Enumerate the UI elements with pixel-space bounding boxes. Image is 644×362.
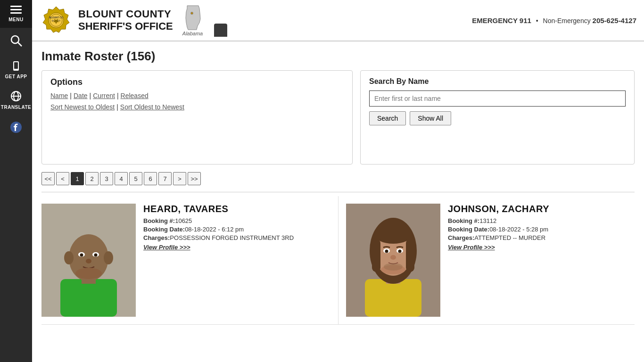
svg-rect-6 [14, 62, 18, 69]
translate-label: TRANSLATE [1, 105, 31, 110]
inmate-booking-date-johnson: Booking Date:08-18-2022 - 5:28 pm [448, 226, 627, 233]
pagination-page-6[interactable]: 6 [144, 172, 157, 185]
inmate-card-heard: HEARD, TAVARES Booking #:10625 Booking D… [41, 196, 338, 325]
svg-point-38 [374, 225, 412, 244]
inmate-photo-johnson [346, 204, 440, 317]
menu-label: MENU [8, 17, 23, 22]
options-sort-links: Sort Newest to Oldest | Sort Oldest to N… [50, 103, 344, 111]
svg-point-18 [190, 12, 193, 14]
svg-rect-32 [365, 279, 421, 317]
sidebar: MENU GET APP TRANSLATE [0, 0, 32, 362]
svg-point-3 [11, 36, 19, 43]
translate-button[interactable]: TRANSLATE [0, 86, 32, 115]
divider [41, 192, 635, 192]
svg-point-23 [64, 251, 74, 264]
nonemergency-label: Non-Emergency [543, 17, 591, 25]
options-search-row: Options Name | Date | Current | Released… [41, 70, 635, 165]
header: BLOUNT CO SHERIFF BLOUNT COUNTY SHERIFF'… [32, 0, 644, 41]
inmate-booking-num-heard: Booking #:10625 [143, 217, 330, 224]
search-icon [10, 34, 22, 49]
filter-name-link[interactable]: Name [50, 92, 68, 99]
search-input[interactable] [369, 90, 626, 107]
svg-rect-0 [10, 6, 22, 7]
svg-rect-20 [60, 279, 117, 317]
search-heading: Search By Name [369, 77, 626, 86]
inmate-booking-date-heard: Booking Date:08-18-2022 - 6:12 pm [143, 226, 330, 233]
header-right: EMERGENCY 911 • Non-Emergency 205-625-41… [472, 16, 636, 25]
header-left: BLOUNT CO SHERIFF BLOUNT COUNTY SHERIFF'… [40, 4, 227, 37]
search-button-submit[interactable]: Search [369, 111, 406, 125]
sort-oldest-link[interactable]: Sort Oldest to Newest [120, 103, 184, 111]
main-content: BLOUNT CO SHERIFF BLOUNT COUNTY SHERIFF'… [32, 0, 644, 362]
pagination-prev[interactable]: < [56, 172, 69, 185]
svg-text:BLOUNT CO: BLOUNT CO [49, 16, 63, 19]
content-area: Inmate Roster (156) Options Name | Date … [32, 41, 644, 362]
search-button[interactable] [0, 30, 32, 54]
globe-icon [10, 90, 22, 104]
get-app-label: GET APP [5, 74, 27, 79]
svg-rect-37 [406, 239, 414, 272]
search-box: Search By Name Search Show All [360, 70, 635, 165]
filter-date-link[interactable]: Date [74, 92, 88, 99]
svg-point-41 [385, 250, 388, 253]
svg-rect-2 [10, 12, 22, 14]
view-profile-johnson[interactable]: View Profile >>> [448, 244, 495, 251]
nonemergency-phone: 205-625-4127 [593, 16, 636, 25]
svg-point-30 [75, 268, 102, 279]
menu-button[interactable]: MENU [0, 0, 32, 28]
options-filter-links: Name | Date | Current | Released [50, 92, 344, 99]
pagination-page-5[interactable]: 5 [129, 172, 142, 185]
search-buttons: Search Show All [369, 111, 626, 125]
filter-current-link[interactable]: Current [93, 92, 115, 99]
svg-point-24 [104, 251, 113, 264]
svg-point-43 [390, 255, 396, 260]
pagination-page-7[interactable]: 7 [158, 172, 172, 185]
svg-point-29 [86, 259, 91, 263]
svg-point-28 [94, 254, 98, 257]
facebook-button[interactable] [0, 116, 32, 141]
pagination-page-3[interactable]: 3 [100, 172, 113, 185]
svg-point-7 [16, 69, 17, 70]
phone-icon [11, 61, 21, 73]
inmate-name-johnson: JOHNSON, ZACHARY [448, 204, 627, 214]
pagination-last[interactable]: >> [188, 172, 201, 185]
inmate-info-heard: HEARD, TAVARES Booking #:10625 Booking D… [143, 204, 330, 317]
inmate-booking-num-johnson: Booking #:13112 [448, 217, 627, 224]
svg-line-4 [18, 42, 22, 46]
header-title-line1: BLOUNT COUNTY [78, 8, 173, 20]
inmate-info-johnson: JOHNSON, ZACHARY Booking #:13112 Booking… [448, 204, 627, 317]
pagination-page-1[interactable]: 1 [71, 172, 84, 185]
get-app-button[interactable]: GET APP [0, 56, 32, 84]
state-label: Alabama [182, 31, 203, 36]
svg-point-45 [384, 263, 403, 271]
inmate-photo-heard [41, 204, 136, 317]
inmate-charges-heard: Charges:POSSESSION FORGED INSTRUMENT 3RD [143, 234, 330, 241]
header-tab [214, 24, 227, 37]
inmate-charges-johnson: Charges:ATTEMPTED -- MURDER [448, 234, 627, 241]
svg-point-27 [80, 254, 83, 257]
emergency-label: EMERGENCY 911 [472, 16, 531, 25]
pagination-page-4[interactable]: 4 [115, 172, 128, 185]
svg-rect-36 [372, 239, 380, 272]
inmate-card-johnson: JOHNSON, ZACHARY Booking #:13112 Booking… [338, 196, 635, 325]
inmate-name-heard: HEARD, TAVARES [143, 204, 330, 214]
pagination-page-2[interactable]: 2 [85, 172, 99, 185]
inmates-grid: HEARD, TAVARES Booking #:10625 Booking D… [41, 196, 635, 325]
svg-point-42 [398, 250, 402, 253]
menu-icon [10, 6, 22, 16]
alabama-map: Alabama [182, 5, 203, 36]
page-title: Inmate Roster (156) [41, 49, 635, 64]
pagination-next[interactable]: > [173, 172, 186, 185]
svg-rect-1 [10, 9, 22, 10]
view-profile-heard[interactable]: View Profile >>> [143, 244, 190, 251]
header-title-line2: SHERIFF'S OFFICE [78, 20, 173, 33]
header-title-block: BLOUNT COUNTY SHERIFF'S OFFICE [78, 8, 173, 33]
sort-newest-link[interactable]: Sort Newest to Oldest [50, 103, 115, 111]
options-box: Options Name | Date | Current | Released… [41, 70, 353, 165]
header-separator: • [536, 17, 538, 25]
pagination-first[interactable]: << [41, 172, 55, 185]
show-all-button[interactable]: Show All [410, 111, 451, 125]
facebook-icon [10, 121, 22, 135]
options-heading: Options [50, 77, 344, 87]
filter-released-link[interactable]: Released [121, 92, 149, 99]
